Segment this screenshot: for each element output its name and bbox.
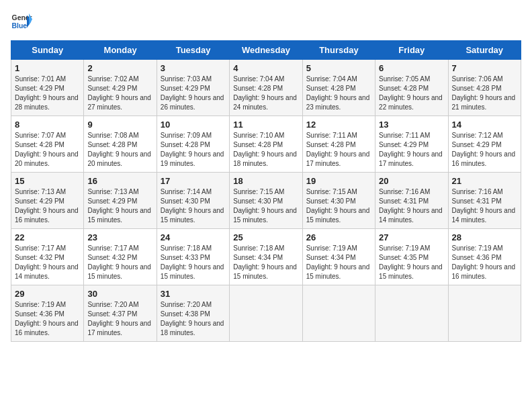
cell-info: Sunrise: 7:16 AMSunset: 4:31 PMDaylight:… [379,187,444,225]
calendar-cell: 20Sunrise: 7:16 AMSunset: 4:31 PMDayligh… [375,173,448,229]
day-number: 11 [233,120,298,130]
calendar-cell: 29Sunrise: 7:19 AMSunset: 4:36 PMDayligh… [11,285,84,342]
day-number: 27 [379,232,444,242]
cell-info: Sunrise: 7:02 AMSunset: 4:29 PMDaylight:… [87,75,152,112]
cell-info: Sunrise: 7:20 AMSunset: 4:38 PMDaylight:… [161,300,226,338]
cell-info: Sunrise: 7:19 AMSunset: 4:36 PMDaylight:… [15,300,80,338]
calendar-cell: 25Sunrise: 7:18 AMSunset: 4:34 PMDayligh… [230,229,302,285]
cell-info: Sunrise: 7:19 AMSunset: 4:35 PMDaylight:… [379,244,444,281]
cell-info: Sunrise: 7:04 AMSunset: 4:28 PMDaylight:… [306,75,371,112]
calendar-cell: 2Sunrise: 7:02 AMSunset: 4:29 PMDaylight… [84,60,157,116]
cell-info: Sunrise: 7:04 AMSunset: 4:28 PMDaylight:… [233,75,298,112]
weekday-header-row: SundayMondayTuesdayWednesdayThursdayFrid… [11,41,521,60]
calendar-cell: 12Sunrise: 7:11 AMSunset: 4:28 PMDayligh… [302,116,375,173]
day-number: 2 [87,63,152,73]
day-number: 7 [452,63,517,73]
calendar-cell: 9Sunrise: 7:08 AMSunset: 4:28 PMDaylight… [84,116,157,173]
cell-info: Sunrise: 7:16 AMSunset: 4:31 PMDaylight:… [452,187,517,225]
day-number: 16 [87,176,152,186]
cell-info: Sunrise: 7:03 AMSunset: 4:29 PMDaylight:… [161,75,226,112]
logo-icon: General Blue [11,11,32,32]
day-number: 20 [379,176,444,186]
cell-info: Sunrise: 7:13 AMSunset: 4:29 PMDaylight:… [87,187,152,225]
calendar-cell [448,285,521,342]
weekday-wednesday: Wednesday [230,41,302,60]
calendar-cell: 14Sunrise: 7:12 AMSunset: 4:29 PMDayligh… [448,116,521,173]
calendar-cell: 28Sunrise: 7:19 AMSunset: 4:36 PMDayligh… [448,229,521,285]
day-number: 30 [87,289,152,299]
calendar-cell: 23Sunrise: 7:17 AMSunset: 4:32 PMDayligh… [84,229,157,285]
calendar-cell: 6Sunrise: 7:05 AMSunset: 4:28 PMDaylight… [375,60,448,116]
calendar-cell: 15Sunrise: 7:13 AMSunset: 4:29 PMDayligh… [11,173,84,229]
cell-info: Sunrise: 7:15 AMSunset: 4:30 PMDaylight:… [306,187,371,225]
calendar-cell: 5Sunrise: 7:04 AMSunset: 4:28 PMDaylight… [302,60,375,116]
cell-info: Sunrise: 7:11 AMSunset: 4:29 PMDaylight:… [379,131,444,169]
day-number: 29 [15,289,80,299]
day-number: 14 [452,120,517,130]
cell-info: Sunrise: 7:08 AMSunset: 4:28 PMDaylight:… [87,131,152,169]
cell-info: Sunrise: 7:14 AMSunset: 4:30 PMDaylight:… [161,187,226,225]
cell-info: Sunrise: 7:18 AMSunset: 4:33 PMDaylight:… [161,244,226,281]
cell-info: Sunrise: 7:09 AMSunset: 4:28 PMDaylight:… [161,131,226,169]
week-row-5: 29Sunrise: 7:19 AMSunset: 4:36 PMDayligh… [11,285,521,342]
day-number: 28 [452,232,517,242]
week-row-1: 1Sunrise: 7:01 AMSunset: 4:29 PMDaylight… [11,60,521,116]
cell-info: Sunrise: 7:17 AMSunset: 4:32 PMDaylight:… [15,244,80,281]
calendar-cell: 19Sunrise: 7:15 AMSunset: 4:30 PMDayligh… [302,173,375,229]
weekday-friday: Friday [375,41,448,60]
cell-info: Sunrise: 7:18 AMSunset: 4:34 PMDaylight:… [233,244,298,281]
cell-info: Sunrise: 7:19 AMSunset: 4:34 PMDaylight:… [306,244,371,281]
calendar-cell: 17Sunrise: 7:14 AMSunset: 4:30 PMDayligh… [157,173,229,229]
calendar-cell: 11Sunrise: 7:10 AMSunset: 4:28 PMDayligh… [230,116,302,173]
day-number: 1 [15,63,80,73]
calendar-cell [302,285,375,342]
day-number: 13 [379,120,444,130]
weekday-sunday: Sunday [11,41,84,60]
cell-info: Sunrise: 7:17 AMSunset: 4:32 PMDaylight:… [87,244,152,281]
day-number: 23 [87,232,152,242]
day-number: 26 [306,232,371,242]
day-number: 9 [87,120,152,130]
cell-info: Sunrise: 7:20 AMSunset: 4:37 PMDaylight:… [87,300,152,338]
weekday-thursday: Thursday [302,41,375,60]
cell-info: Sunrise: 7:19 AMSunset: 4:36 PMDaylight:… [452,244,517,281]
cell-info: Sunrise: 7:06 AMSunset: 4:28 PMDaylight:… [452,75,517,112]
cell-info: Sunrise: 7:05 AMSunset: 4:28 PMDaylight:… [379,75,444,112]
day-number: 6 [379,63,444,73]
calendar-cell: 1Sunrise: 7:01 AMSunset: 4:29 PMDaylight… [11,60,84,116]
weekday-tuesday: Tuesday [157,41,229,60]
weekday-saturday: Saturday [448,41,521,60]
day-number: 10 [161,120,226,130]
calendar-cell: 4Sunrise: 7:04 AMSunset: 4:28 PMDaylight… [230,60,302,116]
day-number: 5 [306,63,371,73]
cell-info: Sunrise: 7:12 AMSunset: 4:29 PMDaylight:… [452,131,517,169]
cell-info: Sunrise: 7:15 AMSunset: 4:30 PMDaylight:… [233,187,298,225]
cell-info: Sunrise: 7:07 AMSunset: 4:28 PMDaylight:… [15,131,80,169]
cell-info: Sunrise: 7:11 AMSunset: 4:28 PMDaylight:… [306,131,371,169]
day-number: 8 [15,120,80,130]
calendar-cell: 24Sunrise: 7:18 AMSunset: 4:33 PMDayligh… [157,229,229,285]
calendar-table: SundayMondayTuesdayWednesdayThursdayFrid… [11,40,521,342]
logo: General Blue [11,11,32,32]
calendar-cell: 3Sunrise: 7:03 AMSunset: 4:29 PMDaylight… [157,60,229,116]
calendar-cell: 13Sunrise: 7:11 AMSunset: 4:29 PMDayligh… [375,116,448,173]
calendar-cell: 31Sunrise: 7:20 AMSunset: 4:38 PMDayligh… [157,285,229,342]
calendar-cell: 22Sunrise: 7:17 AMSunset: 4:32 PMDayligh… [11,229,84,285]
cell-info: Sunrise: 7:10 AMSunset: 4:28 PMDaylight:… [233,131,298,169]
day-number: 12 [306,120,371,130]
calendar-cell: 21Sunrise: 7:16 AMSunset: 4:31 PMDayligh… [448,173,521,229]
page-header: General Blue [11,11,521,32]
week-row-4: 22Sunrise: 7:17 AMSunset: 4:32 PMDayligh… [11,229,521,285]
calendar-cell: 27Sunrise: 7:19 AMSunset: 4:35 PMDayligh… [375,229,448,285]
day-number: 25 [233,232,298,242]
calendar-cell: 30Sunrise: 7:20 AMSunset: 4:37 PMDayligh… [84,285,157,342]
day-number: 22 [15,232,80,242]
calendar-cell: 8Sunrise: 7:07 AMSunset: 4:28 PMDaylight… [11,116,84,173]
weekday-monday: Monday [84,41,157,60]
day-number: 3 [161,63,226,73]
day-number: 18 [233,176,298,186]
calendar-cell: 10Sunrise: 7:09 AMSunset: 4:28 PMDayligh… [157,116,229,173]
calendar-cell: 16Sunrise: 7:13 AMSunset: 4:29 PMDayligh… [84,173,157,229]
day-number: 21 [452,176,517,186]
day-number: 31 [161,289,226,299]
